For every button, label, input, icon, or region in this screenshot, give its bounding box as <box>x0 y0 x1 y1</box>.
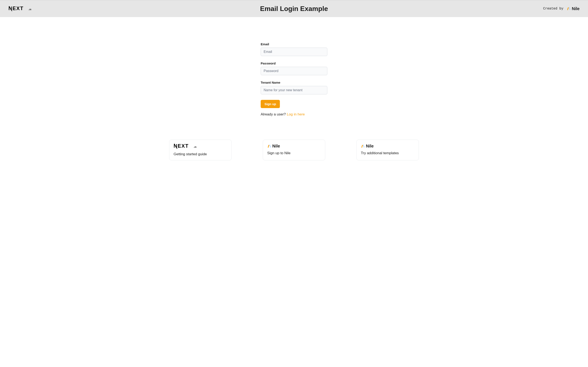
nile-brand-text: Nile <box>572 6 579 11</box>
nile-logo-icon <box>267 144 271 148</box>
header-credit: Created by Nile <box>543 6 579 11</box>
signup-form: Email Password Tenant Name Sign up Alrea… <box>261 42 327 117</box>
nextjs-logo-icon: NEXT .JS <box>9 6 33 11</box>
created-by-label: Created by <box>543 7 563 10</box>
signup-button[interactable]: Sign up <box>261 100 280 108</box>
nextjs-logo[interactable]: NEXT .JS <box>9 6 33 11</box>
nile-brand-text: Nile <box>272 144 280 149</box>
tenant-group: Tenant Name <box>261 81 327 94</box>
tenant-input[interactable] <box>261 86 327 94</box>
nile-card-logo: Nile <box>361 144 415 149</box>
svg-text:.JS: .JS <box>28 8 31 10</box>
card-templates[interactable]: Nile Try additional templates <box>356 140 419 160</box>
login-link[interactable]: Log in here <box>287 112 305 116</box>
svg-text:.JS: .JS <box>194 146 197 148</box>
login-prompt: Already a user? Log in here <box>261 112 327 117</box>
nile-logo[interactable]: Nile <box>567 6 579 11</box>
nile-brand-text: Nile <box>366 144 374 149</box>
page-title: Email Login Example <box>260 5 328 13</box>
main-content: Email Password Tenant Name Sign up Alrea… <box>0 17 588 160</box>
password-group: Password <box>261 61 327 75</box>
card-text: Getting started guide <box>173 152 227 156</box>
email-input[interactable] <box>261 48 327 56</box>
page-header: NEXT .JS Email Login Example Created by … <box>0 0 588 17</box>
card-getting-started[interactable]: NEXT .JS Getting started guide <box>169 140 232 160</box>
card-signup-nile[interactable]: Nile Sign up to Nile <box>263 140 325 160</box>
password-label: Password <box>261 61 327 65</box>
login-prompt-text: Already a user? <box>261 112 287 116</box>
email-label: Email <box>261 42 327 46</box>
cards-section: NEXT .JS Getting started guide Nile Sign… <box>148 140 440 160</box>
nile-logo-icon <box>361 144 365 148</box>
card-text: Try additional templates <box>361 151 415 155</box>
email-group: Email <box>261 42 327 56</box>
card-text: Sign up to Nile <box>267 151 321 155</box>
password-input[interactable] <box>261 67 327 75</box>
nile-logo-icon <box>567 7 571 11</box>
nile-card-logo: Nile <box>267 144 321 149</box>
nextjs-card-logo: NEXT .JS <box>173 144 227 150</box>
tenant-label: Tenant Name <box>261 81 327 84</box>
nextjs-logo-icon: NEXT .JS <box>173 144 199 149</box>
